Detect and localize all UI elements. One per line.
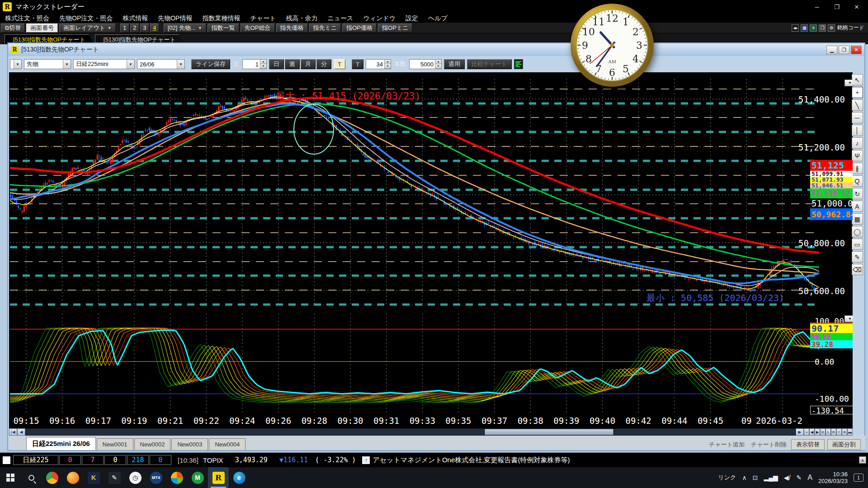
- oscillator-chart[interactable]: [10, 314, 819, 414]
- taskbar-chrome-icon[interactable]: [42, 467, 62, 488]
- toolbar-button-2[interactable]: 指先価格: [276, 23, 308, 33]
- taskbar-pen-app-icon[interactable]: ✎: [104, 467, 125, 488]
- chart-window-title-bar[interactable]: R [5130]指数先物OPチャート ▁ ❐ ✕: [8, 43, 864, 56]
- compare-chart-button[interactable]: 比較チャート: [467, 59, 512, 69]
- toolbar-button-5[interactable]: 指OPミニ: [378, 23, 412, 33]
- screen-number-button[interactable]: 画面番号: [26, 23, 58, 33]
- bar-minutes-stepper[interactable]: 1▲▼: [242, 59, 267, 69]
- horizontal-line-icon[interactable]: ─: [852, 112, 863, 123]
- period-button-1[interactable]: 週: [285, 59, 300, 69]
- taskbar-firefox-icon[interactable]: [62, 467, 83, 488]
- menu-item-1[interactable]: 先物OP注文・照会: [54, 14, 118, 23]
- menu-item-9[interactable]: 設定: [401, 14, 423, 23]
- indicator-list-icon[interactable]: [514, 59, 523, 69]
- cursor-icon[interactable]: ↖: [852, 74, 863, 85]
- fibonacci-icon[interactable]: Ψ: [852, 150, 863, 161]
- chart-zoom-button-2[interactable]: ▶: [815, 428, 820, 436]
- chart-zoom-button-5[interactable]: R: [831, 428, 836, 436]
- status-symbol[interactable]: 日経225: [13, 455, 58, 465]
- screen-layout-dropdown[interactable]: 画面レイアウト▼: [59, 23, 115, 33]
- text-tool-icon[interactable]: A: [852, 201, 863, 212]
- tray-link-label[interactable]: リンク: [718, 474, 736, 482]
- menu-item-4[interactable]: 指数業種情報: [197, 14, 245, 23]
- scroll-start-icon[interactable]: |◀: [9, 428, 17, 436]
- desktop-clock-widget[interactable]: 123456789101112AM: [569, 2, 656, 89]
- list-icon[interactable]: ≡: [810, 24, 817, 32]
- page-button-1[interactable]: 1: [120, 23, 129, 33]
- chart-zoom-button-4[interactable]: L: [826, 428, 831, 436]
- eraser-tool-icon[interactable]: ⌫: [852, 264, 863, 275]
- ellipse-tool-icon[interactable]: ◯: [852, 226, 863, 237]
- toolbar-button-3[interactable]: 指先ミニ: [309, 23, 341, 33]
- window-icon[interactable]: ❒: [819, 24, 826, 32]
- period-button-2[interactable]: 月: [301, 59, 316, 69]
- scroll-left-icon[interactable]: ◀: [17, 428, 25, 436]
- bottom-button-3[interactable]: 画面分割: [827, 439, 861, 450]
- menu-item-8[interactable]: ウィンドウ: [358, 14, 401, 23]
- bottom-button-0[interactable]: チャート追加: [707, 440, 746, 450]
- page-button-4[interactable]: 4: [150, 23, 159, 33]
- chart-zoom-button-0[interactable]: ＋: [804, 428, 809, 436]
- period-button-3[interactable]: 分: [316, 59, 331, 69]
- menu-item-3[interactable]: 先物OP情報: [153, 14, 197, 23]
- period-button-0[interactable]: 日: [269, 59, 284, 69]
- crosshair-icon[interactable]: ＋: [852, 87, 863, 98]
- chart-zoom-button-7[interactable]: ✕: [842, 428, 847, 436]
- chart-zoom-button-1[interactable]: ◀: [809, 428, 815, 436]
- scrollbar-thumb[interactable]: [485, 429, 613, 435]
- tick-count-stepper[interactable]: 34▲▼: [366, 59, 391, 69]
- taskbar-monex-trader-icon[interactable]: R: [208, 467, 229, 488]
- chart-type-dropdown[interactable]: ▼: [10, 59, 22, 69]
- scrollbar-track[interactable]: [25, 428, 796, 436]
- menu-item-2[interactable]: 株式情報: [118, 14, 153, 23]
- pen-icon[interactable]: ✎: [797, 474, 802, 481]
- trend-line-icon[interactable]: ╲: [852, 99, 863, 111]
- loop-arrows-icon[interactable]: ↻: [852, 188, 863, 199]
- chevron-up-icon[interactable]: ∧: [742, 474, 746, 481]
- contract-month-dropdown[interactable]: 26/06▼: [137, 59, 185, 69]
- main-chart[interactable]: 最大 : 51,415 (2026/03/23)最小 : 50,585 (202…: [10, 79, 819, 306]
- chart-zoom-button-6[interactable]: ⌕: [836, 428, 842, 436]
- chart-zoom-button-3[interactable]: D: [820, 428, 826, 436]
- notification-icon[interactable]: 1: [854, 474, 863, 482]
- restore-icon[interactable]: ❐: [839, 46, 849, 54]
- alert-bell-icon[interactable]: ♪: [852, 137, 863, 149]
- menu-item-10[interactable]: ヘルプ: [423, 14, 453, 23]
- menu-item-7[interactable]: ニュース: [322, 14, 358, 23]
- status-collapse-icon[interactable]: ▲: [859, 456, 866, 464]
- close-icon[interactable]: ✕: [847, 1, 866, 12]
- news-ticker[interactable]: アセットマネジメントOne株式会社,変更報告書(特例対象株券等): [373, 456, 570, 465]
- apply-button[interactable]: 適用: [444, 59, 465, 69]
- gear-icon[interactable]: ⚙: [828, 24, 835, 32]
- taskbar-widgets-icon[interactable]: [166, 467, 187, 488]
- menu-item-0[interactable]: 株式注文・照会: [0, 14, 54, 23]
- pane-arrows-icon[interactable]: ◂▸: [792, 24, 799, 32]
- minimize-icon[interactable]: ─: [807, 1, 826, 12]
- taskbar-metatrader-icon[interactable]: M: [187, 467, 208, 488]
- ime-indicator[interactable]: A: [807, 474, 812, 482]
- scroll-right-icon[interactable]: ▶: [796, 428, 804, 436]
- bottom-button-1[interactable]: チャート削除: [749, 440, 788, 450]
- pencil-tool-icon[interactable]: ✎: [852, 251, 863, 263]
- taskbar-mt4-icon[interactable]: MT4: [146, 467, 166, 488]
- bottom-tab-2[interactable]: New0002: [134, 438, 171, 450]
- restore-icon[interactable]: ❐: [827, 1, 846, 12]
- price-panel-menu-button[interactable]: ▼: [844, 80, 853, 86]
- chart-zoom-button-8[interactable]: ▬: [847, 428, 853, 436]
- grid-table-icon[interactable]: ▦: [852, 213, 863, 225]
- bottom-button-2[interactable]: 表示切替: [791, 439, 825, 450]
- toolbar-button-1[interactable]: 先OP総合: [241, 23, 275, 33]
- vertical-line-icon[interactable]: │: [852, 125, 863, 136]
- taskbar-edge-icon[interactable]: e: [229, 467, 250, 488]
- tick-mode-button[interactable]: T: [334, 59, 345, 69]
- menu-item-6[interactable]: 残高・余力: [281, 14, 322, 23]
- hatch-pattern-icon[interactable]: ∦: [852, 163, 863, 174]
- volume-muted-icon[interactable]: ◀/: [784, 474, 791, 481]
- page-button-3[interactable]: 3: [140, 23, 149, 33]
- preset-dropdown[interactable]: [02] 先物...▼: [164, 23, 206, 33]
- taskbar-key-manager-icon[interactable]: K: [83, 467, 104, 488]
- screen-switch-button[interactable]: ⧉切替: [1, 23, 25, 33]
- taskbar-clock[interactable]: 10:36 2026/03/23: [818, 471, 848, 484]
- bottom-tab-0[interactable]: 日経225mini 26/06: [26, 437, 96, 450]
- page-button-2[interactable]: 2: [130, 23, 139, 33]
